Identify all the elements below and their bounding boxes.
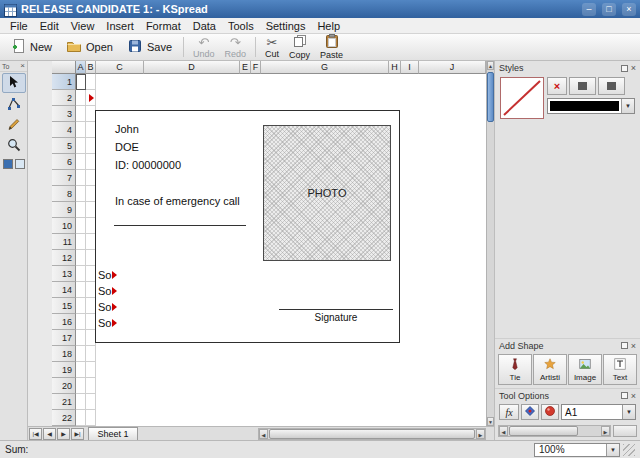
copy-button[interactable]: Copy [285,35,314,59]
open-button[interactable]: Open [60,35,119,59]
menu-item[interactable]: Help [311,18,346,33]
select-all-corner[interactable] [52,61,76,74]
dropdown-arrow-icon[interactable]: ▼ [606,444,619,456]
row-header[interactable]: 16 [52,314,76,330]
diamond-marker-button[interactable] [521,404,539,420]
scroll-right-button[interactable]: ▶ [601,426,610,436]
pencil-tool-button[interactable] [2,115,26,135]
row-header[interactable]: 17 [52,330,76,346]
panel-corner-button[interactable] [613,425,637,437]
formula-button[interactable]: fx [499,404,519,420]
stroke-color-swatch[interactable] [3,159,13,169]
tool-options-docker-header[interactable]: Tool Options × [495,388,640,402]
close-button[interactable]: × [622,3,636,16]
row-header[interactable]: 9 [52,202,76,218]
menu-item[interactable]: Insert [100,18,140,33]
shape-button-text[interactable]: Text [603,354,637,385]
close-icon[interactable]: × [631,64,636,72]
dropdown-arrow-icon[interactable]: ▼ [622,405,635,419]
overflow-cell[interactable]: So [98,300,117,314]
menu-item[interactable]: Tools [222,18,260,33]
column-header[interactable]: B [86,61,96,74]
zoom-tool-button[interactable] [2,136,26,156]
column-header[interactable]: J [419,61,486,74]
row-header[interactable]: 4 [52,122,76,138]
tab-nav-button[interactable]: ◀ [43,428,56,440]
float-docker-icon[interactable] [621,342,628,349]
row-header[interactable]: 18 [52,346,76,362]
titlebar[interactable]: RELEASE CANDIDATE 1: - KSpread – □ × [0,0,640,18]
row-header[interactable]: 2 [52,90,76,106]
resize-grip[interactable] [623,444,635,456]
tab-nav-button[interactable]: |◀ [29,428,42,440]
row-header[interactable]: 1 [52,74,76,90]
tab-nav-button[interactable]: ▶ [57,428,70,440]
column-header[interactable]: A [76,61,86,74]
column-header[interactable]: H [389,61,401,74]
scroll-left-button[interactable]: ◀ [499,426,508,436]
minimize-button[interactable]: – [582,3,596,16]
menu-item[interactable]: File [4,18,34,33]
cell-reference-combobox[interactable]: A1 ▼ [561,404,636,420]
row-header[interactable]: 19 [52,362,76,378]
column-header[interactable]: F [251,61,261,74]
menu-item[interactable]: Settings [260,18,312,33]
row-header[interactable]: 12 [52,250,76,266]
id-card-shape[interactable]: John DOE ID: 00000000 In case of emergen… [95,110,400,343]
zoom-combobox[interactable]: 100% ▼ [534,443,620,457]
panel-horizontal-scrollbar[interactable]: ◀ ▶ [498,425,611,437]
sheet-grid[interactable]: John DOE ID: 00000000 In case of emergen… [76,74,486,426]
overflow-cell[interactable]: So [98,268,117,282]
close-icon[interactable]: × [631,342,636,350]
style-preset-button-1[interactable] [569,77,596,95]
select-tool-button[interactable] [2,73,26,93]
vertical-scrollbar[interactable]: ▲ ▼ [486,61,494,426]
row-header[interactable]: 21 [52,394,76,410]
menu-item[interactable]: Edit [34,18,65,33]
dropdown-arrow-icon[interactable]: ▼ [621,99,634,113]
fill-color-swatch[interactable] [15,159,25,169]
save-button[interactable]: Save [121,35,178,59]
overflow-cell[interactable]: So [98,316,117,330]
row-header[interactable]: 3 [52,106,76,122]
add-shape-docker-header[interactable]: Add Shape × [495,338,640,352]
column-header[interactable]: I [401,61,419,74]
row-header[interactable]: 15 [52,298,76,314]
column-header[interactable]: C [96,61,144,74]
scroll-up-button[interactable]: ▲ [487,61,494,70]
row-header[interactable]: 8 [52,186,76,202]
float-docker-icon[interactable] [621,392,628,399]
shape-button-artistic-text[interactable]: Artisti [533,354,567,385]
row-header[interactable]: 14 [52,282,76,298]
column-header[interactable]: D [144,61,240,74]
color-style-combobox[interactable]: ▼ [547,98,635,114]
row-header[interactable]: 7 [52,170,76,186]
row-header[interactable]: 11 [52,234,76,250]
row-header[interactable]: 10 [52,218,76,234]
remove-style-button[interactable]: × [547,77,567,95]
overflow-cell[interactable]: So [98,284,117,298]
close-icon[interactable]: × [631,392,636,400]
column-header[interactable]: E [240,61,251,74]
scroll-left-button[interactable]: ◀ [259,429,268,439]
vertical-scroll-thumb[interactable] [487,72,494,122]
tab-nav-button[interactable]: ▶| [71,428,84,440]
menu-item[interactable]: Data [187,18,222,33]
shape-button-image[interactable]: Image [568,354,602,385]
redo-button[interactable]: ↷ Redo [221,35,251,59]
red-circle-button[interactable] [541,404,559,420]
row-header[interactable]: 22 [52,410,76,426]
cut-button[interactable]: ✂ Cut [261,35,283,59]
row-header[interactable]: 5 [52,138,76,154]
scroll-down-button[interactable]: ▼ [487,417,494,426]
horizontal-scrollbar[interactable]: ◀ ▶ [258,428,486,440]
new-button[interactable]: New [4,35,58,59]
shape-button-tie[interactable]: Tie [498,354,532,385]
column-header[interactable]: G [261,61,389,74]
paste-button[interactable]: Paste [316,35,347,59]
row-header[interactable]: 6 [52,154,76,170]
panel-scroll-thumb[interactable] [509,426,578,436]
stroke-style-preview-button[interactable] [500,77,544,119]
menu-item[interactable]: Format [140,18,187,33]
styles-docker-header[interactable]: Styles × [495,61,640,75]
